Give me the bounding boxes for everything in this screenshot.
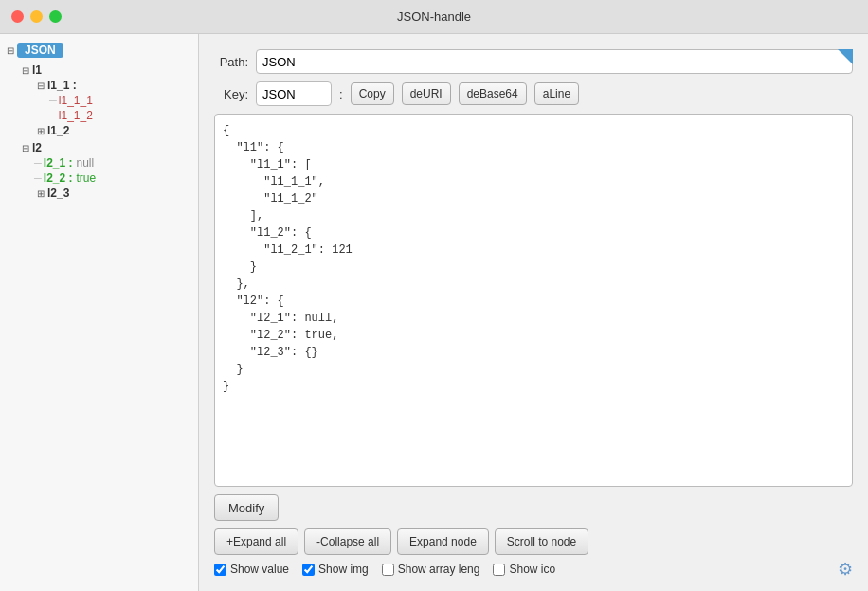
key-row: Key: : Copy deURI deBase64 aLine [214, 81, 853, 106]
l2-toggle-icon: ⊟ [19, 141, 32, 154]
l1-1-2-label: l1_1_2 [59, 109, 93, 122]
l2-label: l2 [32, 141, 42, 154]
l1-1-1-dash-icon: ─ [49, 95, 57, 106]
checkboxes-row: Show value Show img Show array leng Show… [214, 563, 853, 576]
tree-node-l2-3[interactable]: ⊞ l2_3 [4, 186, 194, 201]
l1-2-label: l1_2 [47, 124, 69, 137]
l2-3-toggle-icon: ⊞ [34, 187, 47, 200]
deuri-button[interactable]: deURI [402, 82, 451, 105]
l2-1-dash-icon: ─ [34, 157, 42, 169]
key-input[interactable] [256, 81, 332, 106]
tree-node-l2-1[interactable]: ─ l2_1 : null [4, 155, 194, 170]
show-value-label: Show value [230, 563, 289, 576]
main-content: ⊟ JSON ⊟ l1 ⊟ l1_1 : ─ l1_1_1 ─ l1_1_2 [0, 34, 868, 591]
path-row: Path: [214, 49, 853, 74]
tree-node-l1-1-1[interactable]: ─ l1_1_1 [4, 93, 194, 108]
l1-1-2-dash-icon: ─ [49, 110, 57, 121]
collapse-all-button[interactable]: -Collapse all [304, 528, 391, 555]
tree-node-l1-2[interactable]: ⊞ l1_2 [4, 123, 194, 138]
tree-node-l1[interactable]: ⊟ l1 [4, 63, 194, 78]
show-img-label: Show img [318, 563, 369, 576]
corner-triangle [838, 49, 853, 64]
tree-panel: ⊟ JSON ⊟ l1 ⊟ l1_1 : ─ l1_1_1 ─ l1_1_2 [0, 34, 199, 591]
l2-2-dash-icon: ─ [34, 172, 42, 184]
bottom-buttons: +Expand all -Collapse all Expand node Sc… [214, 528, 853, 555]
show-ico-label: Show ico [509, 563, 555, 576]
title-bar: JSON-handle [0, 0, 868, 34]
colon-separator: : [339, 87, 343, 101]
aline-button[interactable]: aLine [534, 82, 579, 105]
l2-2-value: true [76, 171, 96, 185]
l1-2-toggle-icon: ⊞ [34, 124, 47, 137]
l2-1-value: null [76, 156, 94, 170]
show-ico-checkbox[interactable] [493, 564, 505, 576]
minimize-button[interactable] [30, 10, 43, 23]
modify-button[interactable]: Modify [214, 494, 279, 521]
tree-node-l2[interactable]: ⊟ l2 [4, 140, 194, 155]
show-ico-checkbox-label[interactable]: Show ico [493, 563, 555, 576]
show-array-leng-checkbox[interactable] [382, 564, 394, 576]
window-title: JSON-handle [397, 9, 471, 24]
root-label: JSON [17, 43, 63, 58]
expand-node-button[interactable]: Expand node [397, 528, 489, 555]
show-array-leng-label: Show array leng [398, 563, 480, 576]
maximize-button[interactable] [49, 10, 62, 23]
json-editor[interactable] [214, 114, 853, 487]
tree-node-l1-1[interactable]: ⊟ l1_1 : [4, 78, 194, 93]
path-input-wrapper [256, 49, 853, 74]
l1-1-1-label: l1_1_1 [59, 94, 93, 107]
l1-1-toggle-icon: ⊟ [34, 79, 47, 92]
gear-icon[interactable]: ⚙ [838, 559, 853, 580]
close-button[interactable] [11, 10, 24, 23]
l2-1-label: l2_1 : [44, 156, 73, 170]
tree-node-l1-1-2[interactable]: ─ l1_1_2 [4, 108, 194, 123]
expand-all-button[interactable]: +Expand all [214, 528, 298, 555]
right-panel: Path: Key: : Copy deURI deBase64 aLine M… [199, 34, 868, 591]
l2-3-label: l2_3 [47, 187, 69, 200]
window-controls [11, 10, 62, 23]
show-img-checkbox-label[interactable]: Show img [302, 563, 369, 576]
tree-node-l2-2[interactable]: ─ l2_2 : true [4, 170, 194, 186]
l1-toggle-icon: ⊟ [19, 63, 32, 77]
key-label: Key: [214, 87, 248, 101]
debase64-button[interactable]: deBase64 [459, 82, 527, 105]
show-value-checkbox[interactable] [214, 564, 226, 576]
path-input[interactable] [256, 49, 853, 74]
root-toggle-icon: ⊟ [4, 44, 17, 57]
scroll-to-node-button[interactable]: Scroll to node [495, 528, 588, 555]
l1-label: l1 [32, 63, 42, 77]
path-label: Path: [214, 55, 248, 69]
l2-2-label: l2_2 : [44, 171, 73, 185]
show-img-checkbox[interactable] [302, 564, 315, 576]
copy-button[interactable]: Copy [351, 82, 394, 105]
show-value-checkbox-label[interactable]: Show value [214, 563, 289, 576]
l1-1-label: l1_1 : [47, 79, 77, 92]
show-array-leng-checkbox-label[interactable]: Show array leng [382, 563, 480, 576]
tree-root[interactable]: ⊟ JSON [4, 42, 194, 59]
